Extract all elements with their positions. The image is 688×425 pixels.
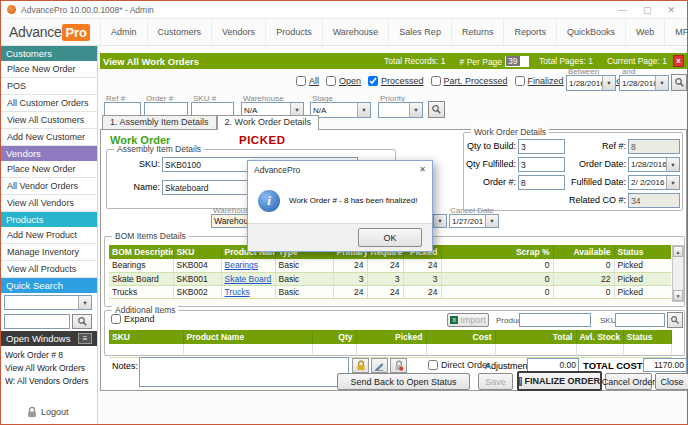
tab-work-order-details[interactable]: 2. Work Order Details	[217, 115, 319, 130]
direct-order-checkbox[interactable]	[428, 360, 438, 370]
chevron-down-icon[interactable]: ▼	[433, 215, 446, 227]
priority-dropdown[interactable]: ▼	[378, 102, 423, 118]
list-icon[interactable]: ≡	[78, 333, 92, 344]
direct-order-checkbox-row[interactable]: Direct Order	[428, 360, 490, 370]
nav-products[interactable]: Products	[265, 19, 322, 45]
cancel-order-button[interactable]: Cancel Order	[605, 373, 652, 390]
open-window-view-all-work-orders[interactable]: View All Work Orders	[5, 362, 97, 375]
nav-customers[interactable]: Customers	[147, 19, 212, 45]
product-link[interactable]: Bearings	[225, 260, 259, 270]
nav-warehouse[interactable]: Warehouse	[322, 19, 389, 45]
send-back-button[interactable]: Send Back to Open Status	[337, 373, 470, 390]
open-window-work-order-8[interactable]: Work Order # 8	[5, 349, 97, 362]
chevron-down-icon[interactable]: ▼	[602, 76, 615, 90]
logout-button[interactable]: Logout	[27, 406, 69, 418]
qty-to-build-input[interactable]: 3	[518, 139, 565, 154]
nav-admin[interactable]: Admin	[100, 19, 147, 45]
product-link[interactable]: Skate Board	[225, 274, 272, 284]
column-header: Scrap %	[441, 245, 553, 259]
sidebar-item-pos[interactable]: POS	[1, 78, 97, 95]
sidebar-item-view-all-customers[interactable]: View All Customers	[1, 112, 97, 129]
nav-vendors[interactable]: Vendors	[211, 19, 265, 45]
chevron-down-icon[interactable]: ▼	[78, 296, 91, 309]
tab-assembly-item-details[interactable]: 1. Assembly Item Details	[102, 115, 217, 130]
import-button[interactable]: X Import	[447, 313, 489, 327]
save-button[interactable]: Save	[478, 373, 513, 390]
chevron-down-icon[interactable]: ▼	[485, 215, 498, 227]
scroll-down-icon[interactable]: ▼	[673, 290, 683, 301]
fulfilled-date-dropdown[interactable]: 2/ 2/2016▼	[628, 175, 680, 190]
filter-processed[interactable]: Processed	[368, 76, 424, 86]
minimize-icon[interactable]: —	[618, 5, 627, 15]
search-button[interactable]	[72, 314, 92, 329]
additional-sku-input[interactable]	[615, 313, 665, 327]
product-link[interactable]: Trucks	[225, 287, 250, 297]
finalize-order-button[interactable]: FINALIZE ORDER	[517, 371, 602, 391]
info-icon: i	[258, 190, 280, 212]
adjustment-input[interactable]: 0.00	[527, 358, 579, 372]
date-from-dropdown[interactable]: 1/28/2016▼	[566, 75, 616, 91]
cancel-date-dropdown[interactable]: 1/27/201▼	[449, 214, 499, 228]
nav-web[interactable]: Web	[625, 19, 664, 45]
nav-mfg[interactable]: MFG	[664, 19, 688, 45]
quick-search-input[interactable]	[4, 314, 70, 329]
filter-part-processed-checkbox[interactable]	[431, 76, 441, 86]
sidebar-item-view-all-products[interactable]: View All Products	[1, 261, 97, 278]
scroll-up-icon[interactable]: ▲	[673, 246, 683, 257]
quick-search-dropdown[interactable]: ▼	[4, 295, 92, 310]
chevron-down-icon[interactable]: ▼	[666, 176, 679, 189]
nav-reports[interactable]: Reports	[503, 19, 556, 45]
nav-quickbooks[interactable]: QuickBooks	[556, 19, 625, 45]
close-view-button[interactable]: x	[673, 55, 684, 67]
order-date-dropdown[interactable]: 1/28/2016▼	[628, 157, 680, 172]
additional-product-input[interactable]	[519, 313, 591, 327]
filter-finalized-checkbox[interactable]	[515, 76, 525, 86]
notes-sign-button[interactable]	[371, 358, 388, 373]
cell: Picked	[614, 272, 671, 285]
filter-part-processed[interactable]: Part. Processed	[431, 76, 508, 86]
date-to-dropdown[interactable]: 1/28/2016▼	[619, 75, 669, 91]
maximize-icon[interactable]: ▢	[643, 5, 652, 15]
filter-finalized[interactable]: Finalized	[515, 76, 564, 86]
sidebar-item-place-new-order[interactable]: Place New Order	[1, 61, 97, 78]
open-window-all-vendors-orders[interactable]: W: All Vendors Orders	[5, 375, 97, 388]
sidebar-item-all-vendor-orders[interactable]: All Vendor Orders	[1, 178, 97, 195]
filter-all-checkbox[interactable]	[296, 76, 306, 86]
order-no-input[interactable]: 8	[518, 175, 565, 190]
expand-checkbox[interactable]	[111, 314, 121, 324]
filter-open-checkbox[interactable]	[326, 76, 336, 86]
nav-returns[interactable]: Returns	[451, 19, 504, 45]
nav-sales-rep[interactable]: Sales Rep	[388, 19, 451, 45]
sidebar-item-vendor-place-new-order[interactable]: Place New Order	[1, 161, 97, 178]
filter-processed-checkbox[interactable]	[368, 76, 378, 86]
sidebar-item-view-all-vendors[interactable]: View All Vendors	[1, 195, 97, 212]
notes-textarea[interactable]	[139, 357, 349, 387]
ok-button[interactable]: OK	[358, 228, 422, 247]
close-icon[interactable]: ✕	[419, 165, 426, 174]
chevron-down-icon[interactable]: ▼	[666, 158, 679, 171]
qty-fulfilled-input[interactable]: 3	[518, 157, 565, 172]
cell: Skate Board	[221, 272, 275, 285]
notes-print-button[interactable]	[352, 358, 369, 373]
filter-all[interactable]: All	[296, 76, 319, 86]
filter-open[interactable]: Open	[326, 76, 361, 86]
search-icon	[77, 316, 88, 327]
filter-search-button[interactable]	[428, 101, 445, 118]
notes-delete-button[interactable]	[390, 358, 407, 373]
close-icon[interactable]: ✕	[667, 5, 675, 15]
sidebar-item-add-new-product[interactable]: Add New Product	[1, 227, 97, 244]
sidebar-item-manage-inventory[interactable]: Manage Inventory	[1, 244, 97, 261]
direct-order-label: Direct Order	[441, 360, 490, 370]
per-page-input[interactable]: 39	[505, 56, 529, 67]
close-button[interactable]: Close	[655, 373, 688, 390]
chevron-down-icon[interactable]: ▼	[357, 103, 370, 117]
bom-scrollbar[interactable]: ▲ ▼	[672, 245, 684, 302]
stage-dropdown[interactable]: N/A▼	[310, 102, 371, 118]
expand-checkbox-row[interactable]: Expand	[111, 314, 155, 324]
sidebar-item-all-customer-orders[interactable]: All Customer Orders	[1, 95, 97, 112]
chevron-down-icon[interactable]: ▼	[409, 103, 422, 117]
additional-search-button[interactable]	[667, 312, 683, 328]
date-search-button[interactable]	[671, 74, 687, 91]
sidebar-item-add-new-customer[interactable]: Add New Customer	[1, 129, 97, 146]
chevron-down-icon[interactable]: ▼	[655, 76, 668, 90]
